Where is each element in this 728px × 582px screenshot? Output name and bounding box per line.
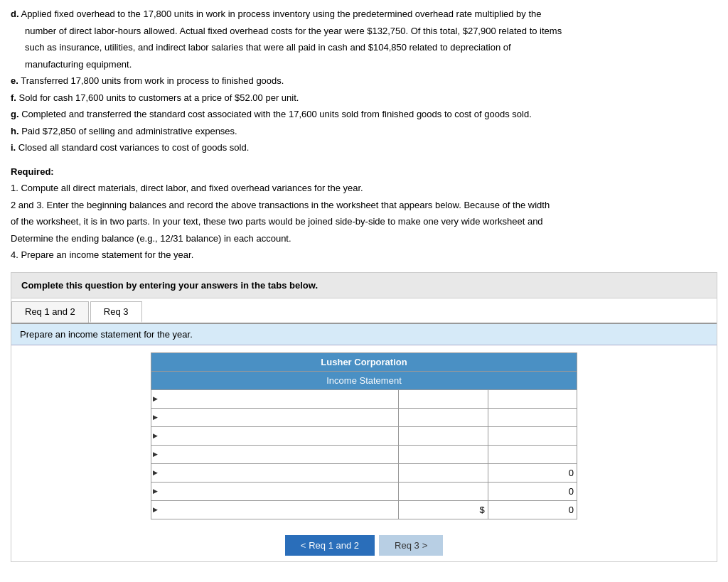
row6-label-input[interactable] [154, 487, 383, 497]
table-row: 0 [151, 463, 577, 482]
row7-dollar-text: $ [479, 505, 484, 515]
item-d-cont2: such as insurance, utilities, and indire… [11, 41, 717, 55]
income-statement-subtitle: Income Statement [151, 371, 577, 389]
tab-content-header-text: Prepare an income statement for the year… [20, 329, 193, 340]
nav-buttons: < Req 1 and 2 Req 3 > [11, 527, 717, 561]
row3-label[interactable] [151, 426, 399, 445]
row3-mid[interactable] [399, 426, 488, 445]
row7-value: 0 [569, 505, 574, 515]
table-row [151, 389, 577, 408]
row1-mid-input[interactable] [402, 394, 484, 404]
row2-right[interactable] [488, 408, 577, 426]
tab-req1and2[interactable]: Req 1 and 2 [11, 301, 89, 323]
required-item-2: 2 and 3. Enter the beginning balances an… [11, 198, 717, 212]
item-d-cont: number of direct labor-hours allowed. Ac… [11, 24, 717, 38]
row6-right: 0 [488, 482, 577, 500]
required-item-2-cont: of the worksheet, it is in two parts. In… [11, 215, 717, 229]
next-arrow-icon: > [422, 540, 428, 551]
row7-right: 0 [488, 500, 577, 519]
required-item-1: 1. Compute all direct materials, direct … [11, 181, 717, 195]
table-row: $ 0 [151, 500, 577, 519]
tab-content-header: Prepare an income statement for the year… [11, 324, 717, 345]
required-heading: Required: [11, 165, 717, 179]
tab-req3[interactable]: Req 3 [90, 301, 142, 323]
required-section: Required: 1. Compute all direct material… [11, 165, 717, 262]
row5-mid[interactable] [399, 463, 488, 482]
row1-right[interactable] [488, 389, 577, 408]
required-item-4: 4. Prepare an income statement for the y… [11, 248, 717, 262]
row4-right[interactable] [488, 445, 577, 463]
item-d-cont3: manufacturing equipment. [11, 58, 717, 72]
table-row [151, 426, 577, 445]
row3-right-input[interactable] [491, 431, 574, 441]
row5-right: 0 [488, 463, 577, 482]
complete-box-text: Complete this question by entering your … [21, 280, 318, 291]
item-g: g. Completed and transferred the standar… [11, 107, 717, 122]
row1-mid[interactable] [399, 389, 488, 408]
row3-label-input[interactable] [154, 431, 383, 441]
row4-right-input[interactable] [491, 450, 574, 460]
item-d: d. Applied fixed overhead to the 17,800 … [11, 7, 717, 21]
row6-mid[interactable] [399, 482, 488, 500]
item-i: i. Closed all standard cost variances to… [11, 141, 717, 155]
tabs-row: Req 1 and 2 Req 3 [11, 298, 717, 324]
income-table-wrapper: Lusher Corporation Income Statement [11, 345, 717, 527]
row2-mid-input[interactable] [402, 413, 484, 423]
row4-label[interactable] [151, 445, 399, 463]
row7-dollar-sign: $ [399, 500, 488, 519]
row4-mid-input[interactable] [402, 450, 484, 460]
row3-mid-input[interactable] [402, 431, 484, 441]
table-row [151, 408, 577, 426]
prev-button[interactable]: < Req 1 and 2 [285, 535, 375, 556]
table-title-row: Lusher Corporation [151, 352, 577, 371]
row7-label-input[interactable] [154, 505, 383, 515]
row2-mid[interactable] [399, 408, 488, 426]
tabs-container: Req 1 and 2 Req 3 Prepare an income stat… [11, 298, 717, 562]
row7-label[interactable] [151, 500, 399, 519]
table-row: 0 [151, 482, 577, 500]
row5-value: 0 [569, 468, 574, 478]
item-h: h. Paid $72,850 of selling and administr… [11, 124, 717, 139]
income-statement-title: Lusher Corporation [151, 352, 577, 371]
row4-label-input[interactable] [154, 450, 383, 460]
prev-arrow-icon: < [301, 540, 306, 551]
row6-mid-input[interactable] [402, 487, 484, 497]
row1-right-input[interactable] [491, 394, 574, 404]
row5-label[interactable] [151, 463, 399, 482]
row4-mid[interactable] [399, 445, 488, 463]
row2-right-input[interactable] [491, 413, 574, 423]
table-row [151, 445, 577, 463]
item-e: e. Transferred 17,800 units from work in… [11, 74, 717, 88]
row5-label-input[interactable] [154, 468, 383, 478]
next-button-label: Req 3 [395, 540, 419, 551]
required-item-2-cont2: Determine the ending balance (e.g., 12/3… [11, 232, 717, 246]
prev-button-label: Req 1 and 2 [309, 540, 359, 551]
row5-mid-input[interactable] [402, 468, 484, 478]
complete-box: Complete this question by entering your … [11, 272, 717, 298]
row2-label-input[interactable] [154, 413, 383, 423]
next-button[interactable]: Req 3 > [379, 535, 443, 556]
row2-label[interactable] [151, 408, 399, 426]
row1-label-input[interactable] [154, 394, 383, 404]
row6-label[interactable] [151, 482, 399, 500]
row6-value: 0 [569, 486, 574, 497]
table-subtitle-row: Income Statement [151, 371, 577, 389]
row3-right[interactable] [488, 426, 577, 445]
item-f: f. Sold for cash 17,600 units to custome… [11, 91, 717, 105]
problem-text: d. Applied fixed overhead to the 17,800 … [11, 7, 717, 155]
row1-label[interactable] [151, 389, 399, 408]
income-statement-table: Lusher Corporation Income Statement [151, 352, 577, 519]
